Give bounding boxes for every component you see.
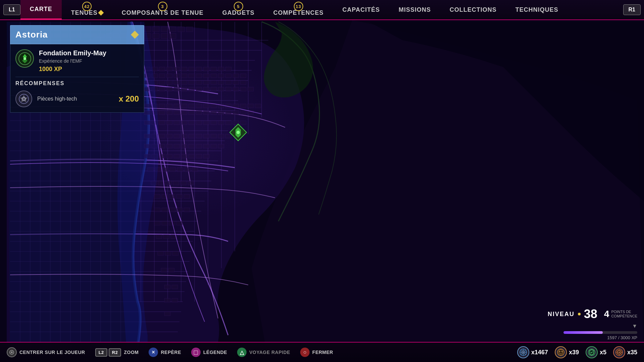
location-header: Astoria	[10, 25, 144, 44]
svg-rect-233	[164, 312, 170, 316]
competence-label-line2: COMPÉTENCE	[611, 314, 637, 318]
reward-icon	[15, 90, 32, 107]
tenues-diamond-icon	[98, 10, 104, 16]
svg-rect-229	[164, 285, 170, 289]
action-legende: □ LÉGENDE	[191, 348, 227, 357]
nav-label-collections: COLLECTIONS	[449, 6, 496, 13]
svg-rect-228	[168, 268, 174, 272]
competences-badge: 13	[294, 2, 303, 11]
legende-label: LÉGENDE	[203, 350, 227, 355]
chevron-down-icon: ▼	[632, 323, 637, 329]
svg-rect-54	[161, 27, 168, 32]
reward-amount: x 200	[119, 94, 139, 104]
l2-r2-group: L2 R2	[95, 348, 121, 357]
svg-rect-226	[172, 251, 178, 255]
nav-item-techniques[interactable]: TECHNIQUES	[506, 0, 568, 20]
l1-button[interactable]: L1	[3, 4, 20, 15]
r2-button[interactable]: R2	[109, 348, 121, 357]
reward-name: Pièces high-tech	[37, 96, 114, 102]
x-button[interactable]: ×	[149, 348, 158, 357]
nav-item-missions[interactable]: MISSIONS	[389, 0, 440, 20]
svg-point-284	[561, 351, 562, 352]
svg-rect-232	[172, 298, 178, 302]
location-pin-icon	[131, 31, 139, 39]
xp-bar-background	[564, 331, 637, 334]
currency-mask: x39	[555, 346, 579, 358]
currency-bar: x1467 x39	[517, 346, 637, 358]
zoom-label: ZOOM	[124, 350, 139, 355]
svg-rect-230	[172, 285, 178, 289]
svg-rect-218	[162, 221, 168, 225]
square-button[interactable]: □	[191, 348, 201, 357]
mask-currency-amount: x39	[569, 349, 579, 356]
action-fermer: ○ FERMER	[300, 348, 333, 357]
svg-point-268	[236, 131, 240, 134]
l2-button[interactable]: L2	[95, 348, 107, 357]
mission-content: Fondation Emily-May Expérience de l'EMF …	[15, 49, 139, 73]
level-dot	[578, 313, 581, 315]
mission-xp: 1000 XP	[39, 66, 139, 73]
level-number: 38	[584, 307, 597, 321]
svg-rect-217	[154, 221, 160, 225]
tech-currency-amount: x35	[627, 349, 637, 356]
r1-button[interactable]: R1	[623, 4, 641, 15]
location-name: Astoria	[15, 29, 48, 40]
nav-item-tenues[interactable]: 42 TENUES	[62, 0, 112, 20]
svg-rect-225	[165, 251, 171, 255]
xp-bar-container: 1597 / 3000 XP	[564, 331, 637, 340]
svg-rect-231	[164, 298, 170, 302]
currency-shield: x5	[586, 346, 606, 358]
level-row: NIVEAU 38 4 POINTS DE COMPÉTENCE	[548, 307, 637, 321]
mission-title: Fondation Emily-May	[39, 49, 139, 57]
l3-button[interactable]	[7, 347, 17, 357]
svg-rect-227	[161, 268, 167, 272]
nav-item-composants[interactable]: 3 COMPOSANTS DE TENUE	[112, 0, 213, 20]
nav-item-capacites[interactable]: CAPACITÉS	[333, 0, 389, 20]
nav-item-gadgets[interactable]: 5 GADGETS	[213, 0, 264, 20]
xp-text: 1597 / 3000 XP	[564, 335, 637, 340]
svg-rect-55	[169, 27, 176, 32]
shield-currency-amount: x5	[600, 349, 606, 356]
action-zoom: L2 R2 ZOOM	[95, 348, 139, 357]
tech-currency-icon	[613, 346, 625, 358]
action-center-player: CENTRER SUR LE JOUEUR	[7, 347, 85, 357]
xp-bar-fill	[564, 331, 603, 334]
svg-point-274	[11, 351, 13, 353]
svg-rect-220	[176, 221, 182, 225]
rewards-title: RÉCOMPENSES	[15, 80, 139, 86]
nav-item-collections[interactable]: COLLECTIONS	[440, 0, 506, 20]
svg-rect-222	[163, 235, 169, 239]
location-panel: Astoria Fondation Emily-May Expérience d…	[10, 25, 144, 113]
nav-item-carte[interactable]: CARTE	[20, 0, 62, 20]
chevron-area: ▼	[632, 323, 637, 329]
nav-label-carte: CARTE	[30, 6, 52, 13]
reward-item: Pièces high-tech x 200	[15, 90, 139, 107]
top-navigation: L1 CARTE 42 TENUES 3 COMPOSANTS DE TENUE…	[0, 0, 644, 20]
composants-badge: 3	[158, 2, 167, 11]
svg-point-288	[619, 352, 620, 353]
svg-rect-53	[153, 27, 159, 32]
mask-currency-icon	[555, 346, 567, 358]
svg-rect-61	[169, 34, 176, 39]
bottom-action-bar: CENTRER SUR LE JOUEUR L2 R2 ZOOM × REPÈR…	[0, 342, 644, 362]
svg-rect-224	[158, 251, 164, 255]
svg-rect-60	[161, 34, 168, 39]
svg-point-283	[559, 351, 560, 352]
mission-card: Fondation Emily-May Expérience de l'EMF …	[10, 44, 144, 113]
voyage-rapide-label: VOYAGE RAPIDE	[249, 350, 290, 355]
svg-rect-59	[153, 34, 159, 39]
tenues-badge: 42	[82, 2, 92, 11]
svg-rect-57	[186, 27, 193, 32]
player-stats-panel: NIVEAU 38 4 POINTS DE COMPÉTENCE ▼ 1597 …	[548, 307, 637, 340]
triangle-button[interactable]: △	[237, 348, 247, 357]
svg-rect-56	[178, 27, 184, 32]
nav-label-techniques: TECHNIQUES	[515, 6, 558, 13]
svg-point-270	[23, 57, 26, 60]
center-player-label: CENTRER SUR LE JOUEUR	[19, 350, 85, 355]
competence-label-line1: POINTS DE	[611, 310, 637, 314]
spider-currency-amount: x1467	[531, 349, 548, 356]
circle-button[interactable]: ○	[300, 348, 310, 357]
nav-item-competences[interactable]: 13 COMPÉTENCES	[264, 0, 333, 20]
niveau-label: NIVEAU	[548, 311, 575, 318]
svg-rect-221	[156, 235, 162, 239]
